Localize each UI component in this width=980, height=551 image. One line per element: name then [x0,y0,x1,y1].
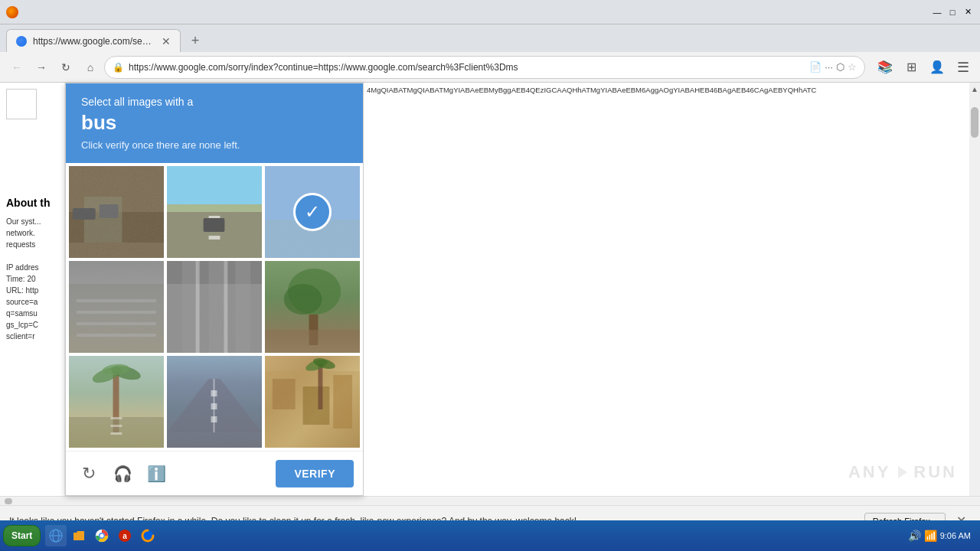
ie-icon [49,529,63,543]
svg-marker-52 [898,466,907,478]
svg-rect-46 [273,379,296,409]
address-icons: 📄 ··· ⬡ ☆ [809,61,857,73]
captcha-image-7[interactable] [69,356,164,448]
sidebar-icon[interactable]: ⊞ [900,57,922,78]
active-tab[interactable]: https://www.google.com/search? ✕ [6,29,181,52]
captcha-header: Select all images with a bus Click verif… [66,83,363,163]
page-element [6,89,37,119]
svg-rect-23 [209,261,224,353]
captcha-image-9[interactable] [265,356,360,448]
star-icon[interactable]: ☆ [848,61,857,73]
scroll-thumb[interactable] [971,107,978,138]
captcha-image-4[interactable] [69,261,164,353]
tab-label: https://www.google.com/search? [33,36,155,47]
horizontal-scrollbar[interactable] [0,496,980,505]
taskbar-right: 🔊 📶 9:06 AM [908,530,977,542]
minimize-button[interactable]: — [931,6,943,18]
svg-rect-22 [182,261,198,353]
chrome-taskbar-icon[interactable] [91,525,113,546]
svg-rect-25 [196,261,200,353]
taskbar-items: a [45,525,158,546]
svg-rect-49 [318,364,322,409]
captcha-instruction: Click verify once there are none left. [81,139,348,151]
anyrun-icon [893,464,910,481]
more-icon[interactable]: ··· [825,61,833,73]
firefox-icon [141,529,155,543]
reload-button[interactable]: ↻ [55,57,77,78]
captcha-image-grid: ✓ [66,163,363,451]
tab-close-button[interactable]: ✕ [162,35,171,47]
captcha-image-8[interactable] [167,356,262,448]
network-icon[interactable]: 📶 [924,530,937,542]
svg-rect-37 [111,425,122,427]
svg-rect-44 [211,416,217,422]
new-tab-button[interactable]: + [184,29,207,52]
svg-rect-30 [265,330,360,353]
svg-rect-36 [111,417,122,419]
reader-icon[interactable]: 📄 [809,61,822,73]
captcha-image-6[interactable] [265,261,360,353]
back-button[interactable]: ← [6,57,28,78]
svg-point-28 [284,284,322,315]
start-label: Start [11,530,32,541]
captcha-image-1[interactable] [69,166,164,258]
captcha-image-2[interactable] [167,166,262,258]
captcha-info-button[interactable]: ℹ️ [142,460,170,487]
start-button[interactable]: Start [3,525,41,546]
browser-favicon [6,6,18,18]
anyrun-logo: ANY RUN [848,462,957,482]
about-label: About th [6,196,58,210]
home-button[interactable]: ⌂ [80,57,101,78]
captcha-widget: Select all images with a bus Click verif… [65,83,364,496]
page-body-text: Our syst... network. requests IP addres … [6,216,58,342]
svg-rect-15 [69,284,164,353]
svg-rect-38 [111,432,122,435]
system-clock[interactable]: 9:06 AM [940,531,971,540]
nav-right-icons: 📚 ⊞ 👤 ☰ [874,57,974,78]
library-icon[interactable]: 📚 [874,57,896,78]
svg-rect-7 [167,204,262,212]
svg-rect-16 [77,299,156,302]
window-controls: — □ ✕ [931,6,974,18]
captcha-image-3[interactable]: ✓ [265,166,360,258]
firefox-taskbar-icon[interactable] [137,525,158,546]
close-button[interactable]: ✕ [962,6,974,18]
svg-rect-19 [77,334,156,337]
svg-rect-43 [211,403,217,409]
nav-bar: ← → ↻ ⌂ 🔒 https://www.google.com/sorry/i… [0,52,980,83]
svg-text:a: a [123,532,128,540]
pocket-icon[interactable]: ⬡ [836,61,844,73]
svg-rect-24 [235,261,250,353]
address-text: https://www.google.com/sorry/index?conti… [129,62,805,73]
maximize-button[interactable]: □ [946,6,959,18]
tab-bar: https://www.google.com/search? ✕ + [0,24,980,52]
security-taskbar-icon[interactable]: a [114,525,136,546]
captcha-subject: bus [81,111,348,135]
svg-rect-17 [77,311,156,314]
selected-overlay-3: ✓ [265,166,360,258]
captcha-footer: ↻ 🎧 ℹ️ VERIFY [66,451,363,495]
check-mark-3: ✓ [293,193,332,231]
captcha-image-5[interactable] [167,261,262,353]
forward-button[interactable]: → [31,57,52,78]
shield-icon: a [118,529,132,543]
page-right-area: 4MgQIABATMgQIABATMgYIABAeEBMyBggAEB4QEzI… [364,83,980,496]
captcha-refresh-button[interactable]: ↻ [75,460,103,487]
svg-point-58 [100,534,104,538]
account-icon[interactable]: 👤 [926,57,948,78]
verify-button[interactable]: VERIFY [276,460,354,487]
url-encoded-text: 4MgQIABATMgQIABATMgYIABAeEBMyBggAEB4QEzI… [364,83,980,95]
security-icon: 🔒 [113,62,124,73]
vertical-scrollbar[interactable]: ▲ [969,83,980,496]
hscroll-thumb[interactable] [5,498,12,504]
address-bar[interactable]: 🔒 https://www.google.com/sorry/index?con… [104,56,865,79]
menu-icon[interactable]: ☰ [952,57,974,78]
scroll-up-arrow[interactable]: ▲ [969,83,980,95]
speaker-icon[interactable]: 🔊 [908,530,921,542]
explorer-taskbar-icon[interactable] [68,525,90,546]
page-left-sidebar: About th Our syst... network. requests I… [0,83,65,496]
svg-rect-42 [211,390,217,396]
ie-taskbar-icon[interactable] [45,525,67,546]
folder-icon [72,529,86,543]
captcha-audio-button[interactable]: 🎧 [109,460,136,487]
